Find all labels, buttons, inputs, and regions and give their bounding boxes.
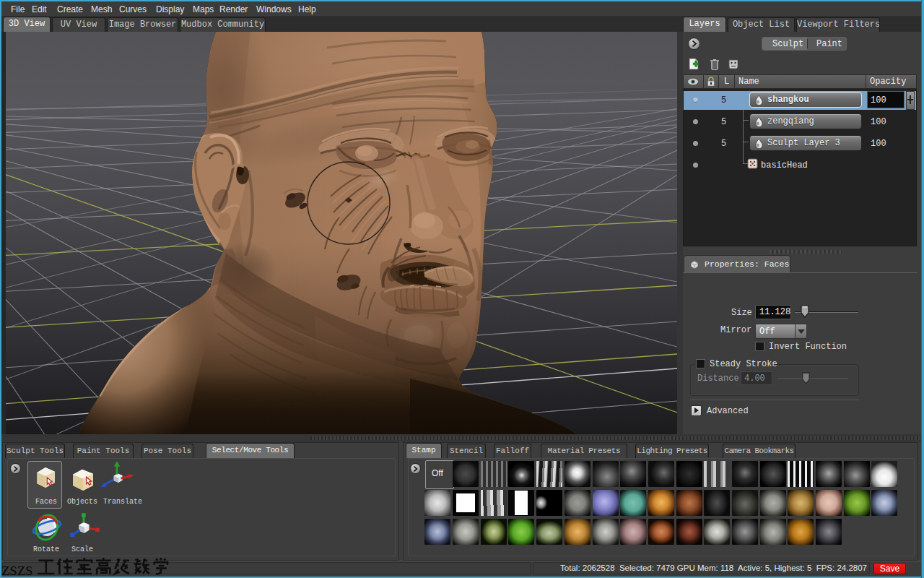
svg-text:zszs: zszs [1,558,32,578]
